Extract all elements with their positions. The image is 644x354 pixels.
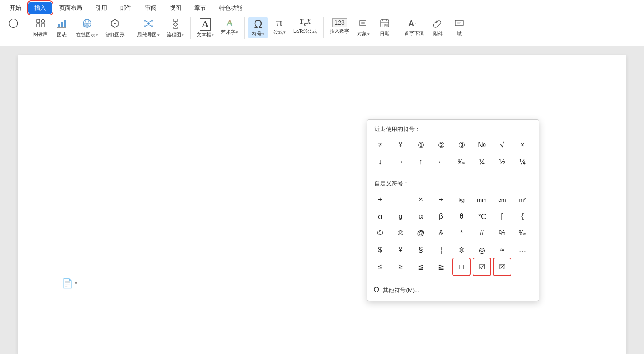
omega-icon: Ω (373, 285, 379, 295)
symbol-times[interactable]: × (514, 137, 531, 154)
symbol-right[interactable]: → (392, 154, 409, 170)
sym-amp[interactable]: & (433, 225, 450, 242)
riqi-label: 日期 (380, 31, 389, 37)
sym-mdash[interactable]: — (392, 191, 409, 208)
sym-times2[interactable]: × (412, 191, 429, 208)
toolbar-riqi[interactable]: 日期 日期 (375, 17, 394, 38)
toolbar-gongshi[interactable]: π 公式 ▾ (270, 17, 289, 37)
toolbar-yu[interactable]: 域 (450, 17, 469, 38)
other-symbols-label: 其他符号(M)... (383, 286, 419, 294)
tab-charu[interactable]: 插入 (28, 2, 52, 14)
page-tools[interactable]: 📄 ▾ (62, 278, 77, 289)
sym-section[interactable]: § (412, 242, 429, 258)
toolbar-wenbenkuang[interactable]: A 文本框 ▾ (194, 17, 217, 39)
sym-beta[interactable]: β (433, 208, 450, 225)
sym-theta[interactable]: θ (453, 208, 470, 225)
symbol-3-4[interactable]: ¾ (473, 154, 490, 170)
toolbar-zaixian[interactable]: 在线图表 ▾ (73, 17, 101, 39)
gongshi-label: 公式 (273, 29, 283, 35)
sym-g[interactable]: g (392, 208, 409, 225)
sym-plus[interactable]: + (372, 191, 389, 208)
symbol-circle2[interactable]: ② (433, 137, 450, 154)
sym-ref[interactable]: ※ (453, 242, 470, 258)
sym-at[interactable]: @ (412, 225, 429, 242)
sym-leq[interactable]: ≤ (372, 258, 389, 275)
tab-shitu[interactable]: 视图 (164, 2, 187, 14)
page-arrow[interactable]: ▾ (75, 280, 77, 286)
svg-text:A: A (408, 19, 414, 28)
sym-brace[interactable]: { (514, 208, 531, 225)
toolbar-fujian[interactable]: 附件 (428, 17, 448, 38)
symbol-sqrt[interactable]: √ (494, 137, 511, 154)
other-symbols-btn[interactable]: Ω 其他符号(M)... (367, 283, 539, 297)
sym-dollar[interactable]: $ (372, 242, 389, 258)
symbol-up[interactable]: ↑ (412, 154, 429, 170)
toolbar-charu-shuzi[interactable]: 123 插入数字 (327, 17, 352, 36)
sym-a1[interactable]: ɑ (372, 208, 389, 225)
sym-yen2[interactable]: ¥ (392, 242, 409, 258)
symbol-yen[interactable]: ¥ (392, 137, 409, 154)
sym-star[interactable]: * (453, 225, 470, 242)
toolbar-liucheng[interactable]: 流程图 ▾ (164, 17, 187, 39)
liucheng-label: 流程图 (167, 31, 181, 38)
sym-copy[interactable]: © (372, 225, 389, 242)
toolbar-siwei[interactable]: 思维导图 ▾ (135, 17, 162, 39)
tab-zhangjie[interactable]: 章节 (188, 2, 212, 14)
sym-div[interactable]: ÷ (433, 191, 450, 208)
wenbenkuang-label: 文本框 (197, 31, 211, 38)
sym-broken[interactable]: ¦ (433, 242, 450, 258)
sym-leq2[interactable]: ≦ (412, 258, 429, 275)
toolbar-shouz[interactable]: A ↓ 首字下沉 (402, 17, 427, 38)
toolbar-tubiao[interactable]: 图表 (52, 17, 72, 39)
tab-kaishi[interactable]: 开始 (4, 2, 27, 14)
sym-ellipsis[interactable]: … (514, 242, 531, 258)
tab-yinyong[interactable]: 引用 (89, 2, 113, 14)
sym-m2[interactable]: m² (514, 191, 531, 208)
svg-rect-6 (64, 20, 66, 27)
sym-hash[interactable]: # (473, 225, 490, 242)
tab-youjian[interactable]: 邮件 (114, 2, 138, 14)
symbol-1-4[interactable]: ¼ (514, 154, 531, 170)
toolbar-duixiang[interactable]: 对象 ▾ (354, 17, 373, 38)
svg-point-15 (147, 22, 150, 25)
wenbenkuang-icon: A (200, 18, 211, 31)
toolbar-yishuz[interactable]: A 艺术字 ▾ (218, 17, 241, 37)
shape-icon: ◯ (8, 18, 18, 27)
tab-yemian[interactable]: 页面布局 (53, 2, 88, 14)
sym-geq[interactable]: ≥ (392, 258, 409, 275)
sym-reg[interactable]: ® (392, 225, 409, 242)
toolbar-zhineng[interactable]: 智能图形 (103, 17, 127, 39)
toolbar-tubiaoku[interactable]: 图标库 (30, 17, 50, 39)
toolbar-fuhao[interactable]: Ω 符号 ▾ (248, 17, 268, 38)
symbol-1-2[interactable]: ½ (494, 154, 511, 170)
tab-shenyue[interactable]: 审阅 (139, 2, 163, 14)
sym-circle[interactable]: ◎ (473, 242, 490, 258)
sym-ceiling[interactable]: ⌈ (494, 208, 511, 225)
symbol-left[interactable]: ← (433, 154, 450, 170)
sym-geq2[interactable]: ≧ (433, 258, 450, 275)
sym-checkbox-x[interactable]: ☒ (494, 258, 511, 275)
toolbar-latex[interactable]: TeX LaTeX公式 (291, 17, 320, 36)
sym-approx[interactable]: ≈ (494, 242, 511, 258)
sym-checkbox-empty[interactable]: □ (453, 258, 470, 275)
sym-checkbox-checked[interactable]: ☑ (473, 258, 490, 275)
sym-permille2[interactable]: ‰ (514, 225, 531, 242)
symbol-neq[interactable]: ≠ (372, 137, 389, 154)
tab-tese[interactable]: 特色功能 (213, 2, 248, 14)
symbol-panel: 近期使用的符号： ≠ ¥ ① ② ③ № √ × ↓ → ↑ ← ‰ ¾ ½ ¼ (367, 119, 539, 301)
sym-alpha[interactable]: α (412, 208, 429, 225)
ribbon: 开始 插入 页面布局 引用 邮件 审阅 视图 章节 (0, 0, 644, 46)
toolbar-xingzhuang[interactable]: ◯ (4, 17, 23, 29)
sym-kg[interactable]: kg (453, 191, 470, 208)
sym-cm[interactable]: cm (494, 191, 511, 208)
sym-mm[interactable]: mm (473, 191, 490, 208)
symbol-circle3[interactable]: ③ (453, 137, 470, 154)
sym-pct[interactable]: % (494, 225, 511, 242)
sym-celsius[interactable]: ℃ (473, 208, 490, 225)
symbol-circle1[interactable]: ① (412, 137, 429, 154)
symbol-numero[interactable]: № (473, 137, 490, 154)
symbol-down[interactable]: ↓ (372, 154, 389, 170)
symbol-divider2 (372, 279, 534, 279)
symbol-permille[interactable]: ‰ (453, 154, 470, 170)
toolbar-group-insert: 123 插入数字 对象 ▾ (324, 17, 398, 38)
